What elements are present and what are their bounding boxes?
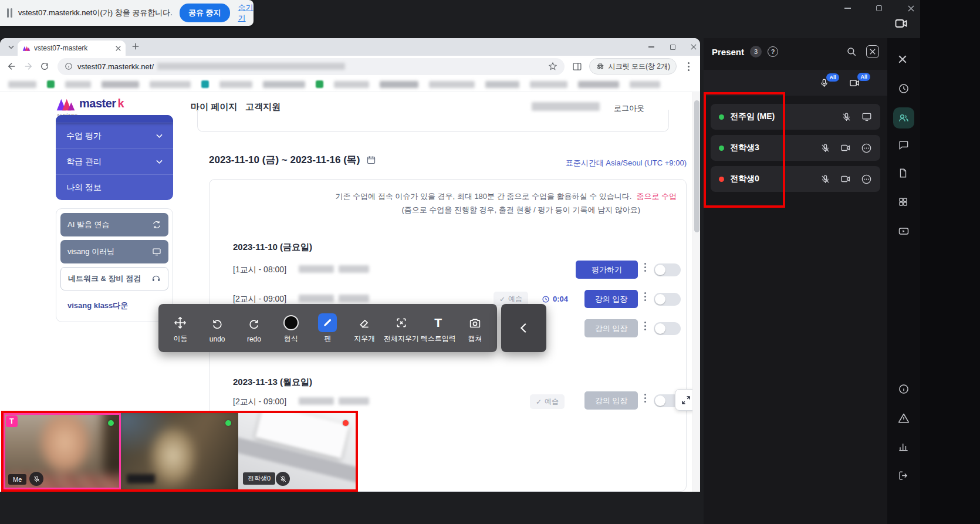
stats-chart-icon[interactable] [898, 441, 909, 452]
help-icon[interactable]: ? [768, 46, 778, 57]
history-clock-icon[interactable] [898, 83, 910, 94]
row-toggle[interactable] [654, 322, 681, 335]
bookmark-item[interactable] [578, 81, 619, 88]
row-toggle[interactable] [654, 263, 681, 276]
browser-tab[interactable]: vstest07-masterk [18, 40, 126, 56]
mic-all-toggle[interactable]: All [819, 78, 829, 88]
video-tile-me[interactable]: T Me [4, 413, 121, 489]
browser-minimize-button[interactable] [643, 40, 660, 53]
camera-all-toggle[interactable]: All [849, 77, 860, 89]
sidebar-item-class-management[interactable]: 학급 관리 [56, 148, 173, 174]
undo-tool[interactable]: undo [200, 313, 234, 343]
tool-network-check[interactable]: 네트워크 & 장비 점검 [60, 267, 168, 290]
close-icon[interactable] [898, 55, 907, 64]
row-menu-icon[interactable] [644, 292, 646, 294]
row-menu-icon[interactable] [644, 263, 646, 265]
mic-muted-icon[interactable] [276, 472, 290, 486]
hide-share-bar-link[interactable]: 숨기기 [238, 2, 254, 23]
bookmark-item[interactable] [429, 81, 475, 88]
zoom-class-link[interactable]: 줌으로 수업 [636, 191, 677, 202]
camera-toggle-icon[interactable] [894, 16, 908, 31]
site-info-icon[interactable] [65, 62, 73, 70]
calendar-icon[interactable] [366, 155, 376, 165]
site-logo[interactable]: academy master k [56, 97, 124, 112]
bookmark-item[interactable] [380, 81, 418, 88]
new-tab-button[interactable] [131, 42, 140, 50]
bookmark-item[interactable] [219, 81, 252, 88]
document-icon[interactable] [898, 168, 908, 178]
browser-maximize-button[interactable] [664, 40, 681, 53]
bookmark-favicon[interactable] [47, 80, 55, 88]
window-close-button[interactable] [901, 1, 920, 15]
bookmark-star-icon[interactable] [548, 62, 557, 71]
browser-close-button[interactable] [685, 40, 702, 53]
grid-apps-icon[interactable] [898, 197, 908, 207]
bookmark-item[interactable] [530, 81, 567, 88]
bookmark-item[interactable] [8, 81, 36, 88]
panel-close-button[interactable] [866, 45, 879, 58]
search-icon[interactable] [846, 46, 857, 57]
bookmark-item[interactable] [630, 81, 660, 88]
more-options-icon[interactable] [861, 174, 872, 185]
shape-color-tool[interactable]: 형식 [274, 312, 308, 344]
video-tile-student0[interactable]: 전학생0 [238, 413, 356, 489]
participants-icon-active[interactable] [893, 107, 914, 129]
forward-button[interactable] [20, 58, 36, 75]
warning-icon[interactable] [898, 413, 910, 424]
row-menu-icon[interactable] [644, 394, 646, 395]
mic-muted-icon[interactable] [842, 112, 851, 122]
tool-klass-download[interactable]: visang klass다운 [60, 294, 168, 317]
bookmark-item[interactable] [485, 81, 519, 88]
capture-tool[interactable]: 캡쳐 [458, 312, 492, 344]
scrollbar-track[interactable] [692, 92, 700, 492]
pen-tool-active[interactable]: 펜 [310, 312, 344, 344]
mic-muted-icon[interactable] [29, 472, 43, 486]
browser-menu-icon[interactable] [680, 58, 697, 75]
clear-all-tool[interactable]: 전체지우기 [384, 312, 418, 344]
move-tool[interactable]: 이동 [163, 312, 197, 344]
sidebar-item-class-evaluation[interactable]: 수업 평가 [56, 123, 173, 148]
window-maximize-button[interactable] [870, 1, 888, 15]
tool-visang-elearning[interactable]: visang 이러닝 [60, 240, 168, 263]
bookmark-item[interactable] [102, 81, 139, 88]
tool-ai-pronunciation[interactable]: AI 발음 연습 [60, 213, 168, 236]
media-clip-icon[interactable] [898, 225, 910, 237]
mic-muted-icon[interactable] [820, 143, 830, 153]
bookmark-item[interactable] [334, 81, 369, 88]
video-tile-student3[interactable] [121, 413, 238, 489]
info-icon[interactable] [898, 383, 910, 395]
back-button[interactable] [4, 58, 20, 75]
incognito-badge[interactable]: 시크릿 모드(창 2개) [589, 58, 677, 75]
text-input-tool[interactable]: T 텍스트입력 [421, 312, 455, 344]
bookmark-item[interactable] [263, 81, 305, 88]
tab-close-icon[interactable] [116, 46, 121, 51]
participant-row-student3[interactable]: 전학생3 [711, 135, 880, 161]
eraser-tool[interactable]: 지우개 [347, 312, 381, 344]
reload-button[interactable] [36, 58, 53, 75]
participant-row-me[interactable]: 전주임 (ME) [711, 104, 880, 130]
scrollbar-thumb[interactable] [694, 100, 699, 232]
mic-muted-icon[interactable] [820, 174, 830, 184]
toolbar-collapse-button[interactable] [501, 304, 546, 352]
sidebar-item-clipped[interactable] [56, 115, 173, 123]
stop-sharing-button[interactable]: 공유 중지 [180, 4, 230, 22]
participant-row-student0[interactable]: 전학생0 [711, 166, 880, 192]
tab-search-chevron-icon[interactable] [6, 42, 16, 52]
video-camera-icon[interactable] [840, 143, 851, 153]
row-menu-icon[interactable] [644, 322, 646, 323]
drag-grip-icon[interactable] [7, 8, 12, 18]
bookmark-item[interactable] [65, 81, 91, 88]
chat-icon[interactable] [898, 139, 909, 150]
address-bar[interactable]: vstest07.masterkk.net/ [58, 58, 565, 75]
window-minimize-button[interactable] [838, 1, 857, 15]
row-toggle[interactable] [654, 293, 681, 306]
exit-icon[interactable] [898, 470, 909, 481]
redo-tool[interactable]: redo [237, 313, 271, 343]
more-options-icon[interactable] [861, 143, 872, 154]
video-camera-icon[interactable] [840, 174, 851, 184]
bookmark-favicon[interactable] [316, 80, 323, 88]
side-panel-icon[interactable] [569, 58, 586, 75]
sidebar-item-my-info[interactable]: 나의 정보 [56, 174, 173, 200]
evaluate-button[interactable]: 평가하기 [576, 261, 638, 279]
enter-lecture-button[interactable]: 강의 입장 [584, 290, 638, 308]
